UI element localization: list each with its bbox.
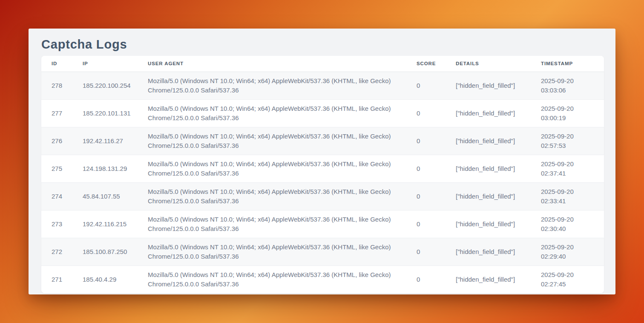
cell-id: 273	[41, 210, 72, 238]
table-row: 273 192.42.116.215 Mozilla/5.0 (Windows …	[41, 210, 604, 238]
cell-details: ["hidden_field_filled"]	[446, 182, 531, 210]
cell-user-agent: Mozilla/5.0 (Windows NT 10.0; Win64; x64…	[138, 99, 406, 127]
cell-timestamp: 2025-09-20 02:29:40	[531, 238, 604, 265]
cell-timestamp: 2025-09-20 02:33:41	[531, 182, 604, 210]
cell-score: 0	[406, 155, 446, 182]
table-row: 278 185.220.100.254 Mozilla/5.0 (Windows…	[41, 72, 604, 99]
cell-id: 278	[41, 72, 72, 99]
column-header-user-agent: USER AGENT	[138, 56, 406, 72]
cell-score: 0	[406, 238, 446, 265]
table-row: 271 185.40.4.29 Mozilla/5.0 (Windows NT …	[41, 265, 604, 293]
cell-timestamp: 2025-09-20 02:57:53	[531, 127, 604, 155]
cell-id: 275	[41, 155, 72, 182]
cell-score: 0	[406, 210, 446, 238]
cell-user-agent: Mozilla/5.0 (Windows NT 10.0; Win64; x64…	[138, 238, 406, 265]
cell-timestamp: 2025-09-20 02:30:40	[531, 210, 604, 238]
table-body: 278 185.220.100.254 Mozilla/5.0 (Windows…	[41, 72, 604, 293]
column-header-score: SCORE	[406, 56, 446, 72]
cell-score: 0	[406, 265, 446, 293]
table-header: ID IP USER AGENT SCORE DETAILS TIMESTAMP	[41, 56, 604, 72]
cell-user-agent: Mozilla/5.0 (Windows NT 10.0; Win64; x64…	[138, 265, 406, 293]
cell-user-agent: Mozilla/5.0 (Windows NT 10.0; Win64; x64…	[138, 182, 406, 210]
cell-timestamp: 2025-09-20 02:27:45	[531, 265, 604, 293]
cell-details: ["hidden_field_filled"]	[446, 155, 531, 182]
cell-ip: 185.40.4.29	[72, 265, 138, 293]
cell-user-agent: Mozilla/5.0 (Windows NT 10.0; Win64; x64…	[138, 210, 406, 238]
table-header-row: ID IP USER AGENT SCORE DETAILS TIMESTAMP	[41, 56, 604, 72]
cell-details: ["hidden_field_filled"]	[446, 72, 531, 99]
cell-id: 274	[41, 182, 72, 210]
cell-score: 0	[406, 127, 446, 155]
cell-ip: 192.42.116.27	[72, 127, 138, 155]
cell-timestamp: 2025-09-20 02:37:41	[531, 155, 604, 182]
table-row: 277 185.220.101.131 Mozilla/5.0 (Windows…	[41, 99, 604, 127]
cell-timestamp: 2025-09-20 03:03:06	[531, 72, 604, 99]
cell-details: ["hidden_field_filled"]	[446, 265, 531, 293]
captcha-logs-card: Captcha Logs ID IP USER AGENT SCORE DETA…	[29, 29, 615, 294]
cell-ip: 185.220.101.131	[72, 99, 138, 127]
cell-user-agent: Mozilla/5.0 (Windows NT 10.0; Win64; x64…	[138, 127, 406, 155]
cell-id: 276	[41, 127, 72, 155]
page-title: Captcha Logs	[41, 35, 615, 53]
captcha-logs-table: ID IP USER AGENT SCORE DETAILS TIMESTAMP…	[41, 56, 604, 293]
cell-ip: 185.220.100.254	[72, 72, 138, 99]
cell-user-agent: Mozilla/5.0 (Windows NT 10.0; Win64; x64…	[138, 72, 406, 99]
cell-id: 271	[41, 265, 72, 293]
cell-ip: 124.198.131.29	[72, 155, 138, 182]
cell-score: 0	[406, 72, 446, 99]
table-row: 274 45.84.107.55 Mozilla/5.0 (Windows NT…	[41, 182, 604, 210]
cell-details: ["hidden_field_filled"]	[446, 99, 531, 127]
column-header-ip: IP	[72, 56, 138, 72]
cell-details: ["hidden_field_filled"]	[446, 238, 531, 265]
cell-score: 0	[406, 182, 446, 210]
table-row: 276 192.42.116.27 Mozilla/5.0 (Windows N…	[41, 127, 604, 155]
table-row: 275 124.198.131.29 Mozilla/5.0 (Windows …	[41, 155, 604, 182]
cell-id: 272	[41, 238, 72, 265]
cell-details: ["hidden_field_filled"]	[446, 127, 531, 155]
column-header-id: ID	[41, 56, 72, 72]
cell-ip: 192.42.116.215	[72, 210, 138, 238]
cell-user-agent: Mozilla/5.0 (Windows NT 10.0; Win64; x64…	[138, 155, 406, 182]
cell-ip: 185.100.87.250	[72, 238, 138, 265]
cell-timestamp: 2025-09-20 03:00:19	[531, 99, 604, 127]
cell-ip: 45.84.107.55	[72, 182, 138, 210]
column-header-details: DETAILS	[446, 56, 531, 72]
column-header-timestamp: TIMESTAMP	[531, 56, 604, 72]
cell-id: 277	[41, 99, 72, 127]
cell-details: ["hidden_field_filled"]	[446, 210, 531, 238]
cell-score: 0	[406, 99, 446, 127]
table-row: 272 185.100.87.250 Mozilla/5.0 (Windows …	[41, 238, 604, 265]
captcha-logs-table-container: ID IP USER AGENT SCORE DETAILS TIMESTAMP…	[41, 56, 604, 293]
